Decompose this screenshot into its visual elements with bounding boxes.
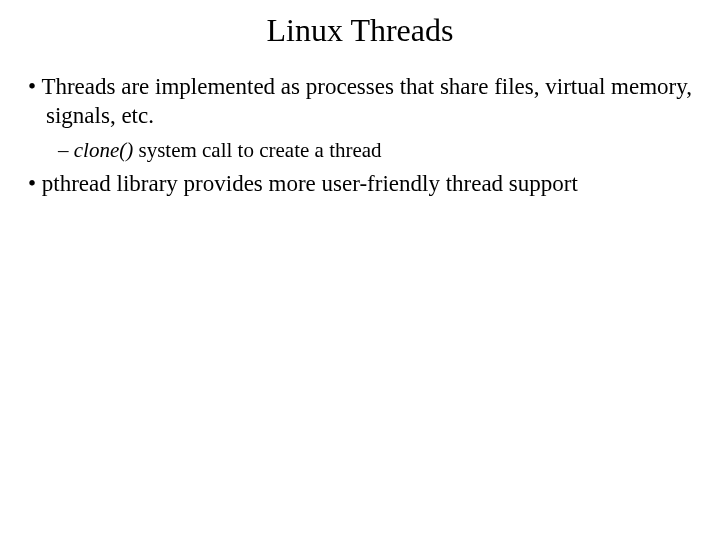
bullet-list: Threads are implemented as processes tha… xyxy=(20,73,700,199)
code-term: clone() xyxy=(74,138,133,162)
bullet-item: pthread library provides more user-frien… xyxy=(20,170,700,199)
slide-title: Linux Threads xyxy=(20,12,700,49)
sub-bullet-item: clone() system call to create a thread xyxy=(20,137,700,164)
sub-bullet-text: system call to create a thread xyxy=(133,138,381,162)
bullet-item: Threads are implemented as processes tha… xyxy=(20,73,700,131)
